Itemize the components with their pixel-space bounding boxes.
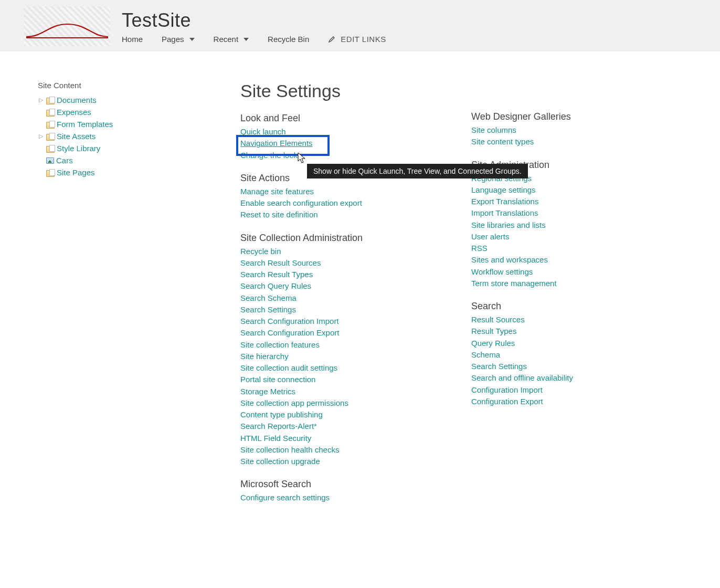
settings-link[interactable]: Site hierarchy [240, 352, 289, 361]
settings-link[interactable]: Schema [471, 350, 500, 359]
settings-link[interactable]: Search Query Rules [240, 281, 311, 290]
sidebar-item[interactable]: Expenses [38, 106, 205, 118]
settings-link[interactable]: Site collection app permissions [240, 398, 348, 407]
top-nav: Home Pages Recent Recycle Bin EDIT LINKS [122, 35, 386, 44]
nav-pages-label: Pages [162, 35, 184, 44]
sidebar-item[interactable]: Style Library [38, 142, 205, 154]
sidebar-item-link[interactable]: Cars [56, 156, 73, 165]
settings-link[interactable]: Configure search settings [240, 493, 330, 502]
section-heading: Web Designer Galleries [471, 111, 629, 122]
link-list-item: Result Sources [471, 314, 629, 326]
settings-link[interactable]: Site libraries and lists [471, 220, 546, 229]
link-list-item: Schema [471, 349, 629, 361]
sidebar-item-link[interactable]: Form Templates [57, 120, 113, 129]
settings-link[interactable]: Search Result Sources [240, 258, 321, 267]
site-title[interactable]: TestSite [122, 9, 386, 32]
settings-link[interactable]: Result Types [471, 327, 516, 335]
link-list-item: Sites and workspaces [471, 254, 629, 266]
settings-link[interactable]: Navigation Elements [240, 139, 313, 148]
settings-link[interactable]: Workflow settings [471, 267, 533, 276]
settings-link[interactable]: Import Translations [471, 208, 538, 217]
sidebar-heading: Site Content [38, 81, 205, 90]
settings-link[interactable]: Search Settings [471, 362, 527, 371]
link-list-item: Configure search settings [240, 492, 429, 503]
sidebar-item-link[interactable]: Expenses [57, 108, 91, 117]
settings-link[interactable]: Recycle bin [240, 247, 281, 256]
link-list-item: Manage site features [240, 186, 429, 197]
sidebar-item[interactable]: Cars [38, 154, 205, 166]
link-list: Site columnsSite content types [471, 124, 629, 148]
sidebar-item-link[interactable]: Documents [57, 96, 97, 104]
settings-link[interactable]: Sites and workspaces [471, 255, 548, 264]
settings-link[interactable]: Site columns [471, 125, 516, 134]
edit-links-label: EDIT LINKS [341, 35, 386, 44]
nav-recycle-bin[interactable]: Recycle Bin [268, 35, 309, 44]
link-list-item: Search Schema [240, 292, 429, 304]
settings-link[interactable]: Search Settings [240, 305, 296, 314]
link-list-item: Search Configuration Import [240, 316, 429, 327]
nav-pages[interactable]: Pages [162, 35, 195, 44]
settings-link[interactable]: Export Translations [471, 197, 538, 206]
settings-link[interactable]: Enable search configuration export [240, 198, 362, 207]
link-list-item: Quick launch [240, 126, 429, 138]
settings-link[interactable]: Site collection upgrade [240, 457, 320, 466]
expand-icon[interactable]: ▷ [38, 133, 44, 140]
settings-link[interactable]: Storage Metrics [240, 387, 295, 396]
document-library-icon [46, 121, 55, 128]
settings-link[interactable]: Site collection health checks [240, 445, 339, 454]
settings-link[interactable]: Change the look [240, 151, 298, 160]
settings-link[interactable]: Site collection features [240, 340, 320, 349]
settings-link[interactable]: User alerts [471, 232, 510, 241]
settings-link[interactable]: Site content types [471, 137, 534, 146]
settings-link[interactable]: Configuration Export [471, 397, 543, 406]
sidebar-item-link[interactable]: Site Pages [57, 168, 95, 177]
sidebar-item[interactable]: ▷Documents [38, 94, 205, 106]
main-content: Site Settings Look and FeelQuick launchN… [205, 81, 720, 504]
nav-recent[interactable]: Recent [214, 35, 249, 44]
document-library-icon [46, 169, 55, 176]
link-list: Result SourcesResult TypesQuery RulesSch… [471, 314, 629, 407]
link-list: Quick launchNavigation ElementsChange th… [240, 126, 429, 161]
settings-link[interactable]: Search Configuration Export [240, 328, 339, 337]
link-list-item: Search Reports-Alert* [240, 421, 429, 432]
settings-link[interactable]: Portal site connection [240, 375, 315, 384]
settings-link[interactable]: Term store management [471, 279, 557, 288]
settings-link[interactable]: Search Configuration Import [240, 317, 339, 326]
link-list: Regional settingsLanguage settingsExport… [471, 173, 629, 290]
expand-icon[interactable]: ▷ [38, 97, 44, 103]
nav-home[interactable]: Home [122, 35, 143, 44]
edit-links-button[interactable]: EDIT LINKS [328, 35, 386, 44]
sidebar-item-link[interactable]: Site Assets [57, 132, 96, 141]
settings-link[interactable]: Configuration Import [471, 385, 543, 394]
document-library-icon [46, 145, 55, 152]
settings-link[interactable]: Content type publishing [240, 410, 323, 419]
sidebar-item-link[interactable]: Style Library [57, 144, 100, 153]
settings-link[interactable]: RSS [471, 244, 488, 253]
nav-recent-label: Recent [214, 35, 239, 44]
settings-link[interactable]: Search and offline availability [471, 373, 573, 382]
settings-link[interactable]: Query Rules [471, 339, 515, 348]
settings-link[interactable]: Search Result Types [240, 270, 313, 279]
sidebar: Site Content ▷DocumentsExpensesForm Temp… [0, 81, 205, 504]
settings-link[interactable]: Search Reports-Alert* [240, 422, 317, 430]
sidebar-item[interactable]: Form Templates [38, 118, 205, 130]
settings-link[interactable]: Quick launch [240, 127, 286, 136]
settings-link[interactable]: Result Sources [471, 315, 525, 324]
settings-link[interactable]: Site collection audit settings [240, 363, 337, 372]
settings-link[interactable]: Search Schema [240, 293, 297, 302]
settings-link[interactable]: Manage site features [240, 187, 314, 196]
link-list: Manage site featuresEnable search config… [240, 186, 429, 221]
link-list-item: Configuration Export [471, 396, 629, 407]
link-list-item: Search Result Sources [240, 257, 429, 269]
link-list-item: Search and offline availability [471, 372, 629, 384]
link-list-item: Storage Metrics [240, 386, 429, 397]
link-list-item: Site columns [471, 124, 629, 136]
sidebar-item[interactable]: Site Pages [38, 166, 205, 178]
settings-link[interactable]: Reset to site definition [240, 210, 318, 219]
link-list-item: Configuration Import [471, 384, 629, 396]
link-list-item: Site collection health checks [240, 444, 429, 456]
settings-link[interactable]: Language settings [471, 185, 536, 194]
sidebar-item[interactable]: ▷Site Assets [38, 130, 205, 142]
site-logo[interactable] [24, 6, 110, 46]
settings-link[interactable]: HTML Field Security [240, 434, 311, 443]
